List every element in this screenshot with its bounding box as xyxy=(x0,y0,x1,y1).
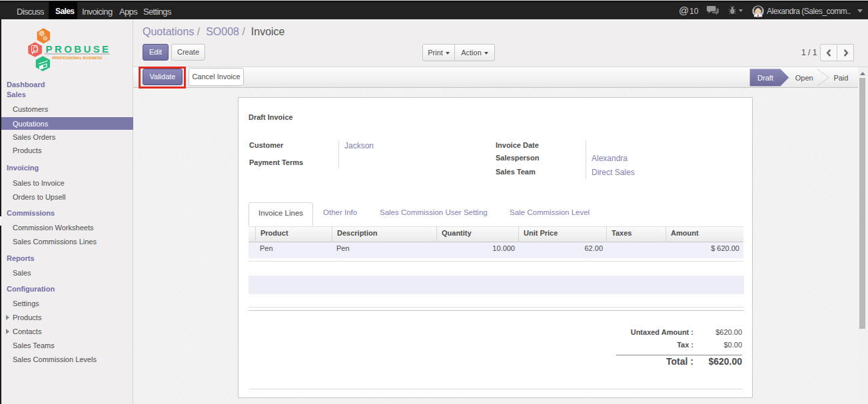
svg-text:Open: Open xyxy=(795,74,813,82)
svg-text:Draft: Draft xyxy=(757,74,773,82)
svg-text:Paid: Paid xyxy=(833,74,848,82)
svg-text:PROFESSIONAL BUSINESS: PROFESSIONAL BUSINESS xyxy=(53,56,103,60)
svg-text:PROBUSE: PROBUSE xyxy=(46,43,111,55)
